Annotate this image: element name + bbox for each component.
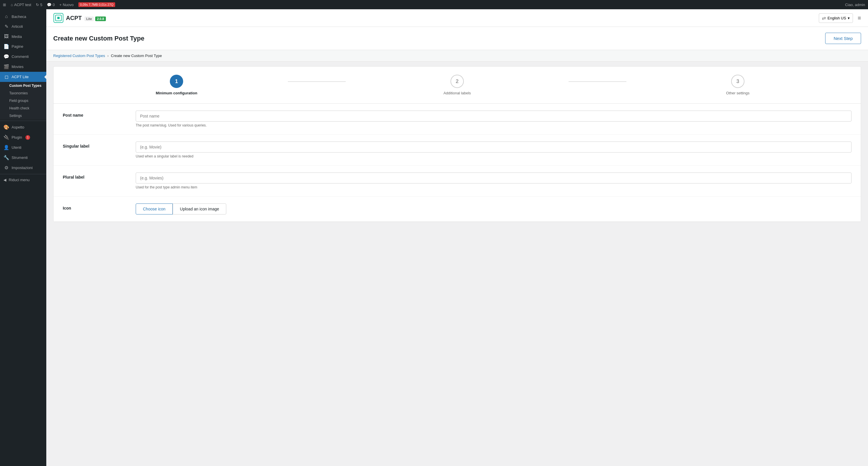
breadcrumb-separator: › (107, 54, 108, 58)
admin-bar-metrics: 0,09s 7,7MB 0,01s 27Q (79, 2, 116, 7)
sidebar-label-aspetto: Aspetto (11, 125, 24, 129)
form-row-plural-label: Plural label Used for the post type admi… (54, 166, 861, 197)
step-3: 3 Other settings (626, 75, 849, 95)
form-field-col-plural: Used for the post type admin menu item (136, 173, 851, 189)
sidebar-item-movies[interactable]: 🎬 Movies (0, 62, 46, 72)
collapse-label: Riduci menu (9, 178, 30, 182)
sidebar-item-aspetto[interactable]: 🎨 Aspetto (0, 122, 46, 132)
plural-label-label: Plural label (63, 175, 85, 179)
tools-icon: 🔧 (3, 155, 9, 161)
icon-button-group: Choose icon Upload an icon image (136, 203, 851, 214)
sidebar-collapse[interactable]: ◀ Riduci menu (0, 175, 46, 184)
step-label-2: Additional labels (443, 91, 471, 95)
sidebar-item-bacheca[interactable]: ⌂ Bacheca (0, 11, 46, 22)
page-header: Create new Custom Post Type Next Step (46, 27, 868, 50)
sidebar-item-media[interactable]: 🖼 Media (0, 32, 46, 41)
admin-bar-wp-logo[interactable]: ⊞ (3, 3, 6, 7)
comment-icon: 💬 (3, 54, 9, 59)
plugin-badge: 1 (26, 135, 30, 140)
breadcrumb-current: Create new Custom Post Type (111, 54, 162, 58)
sidebar-label-pagine: Pagine (11, 44, 23, 49)
acpt-icon: ◻ (3, 74, 9, 80)
step-connector-2 (568, 81, 626, 82)
lite-badge: Lite (85, 17, 94, 21)
sidebar-label-movies: Movies (11, 64, 24, 69)
site-icon: ⌂ (11, 3, 13, 7)
page-icon: 📄 (3, 44, 9, 49)
acpt-logo-icon (53, 13, 64, 23)
sidebar-submenu: Custom Post Types Taxonomies Field group… (0, 82, 46, 120)
sidebar: ⌂ Bacheca ✎ Articoli 🖼 Media 📄 Pagine 💬 … (0, 9, 46, 466)
form-row-singular-label: Singular label Used when a singular labe… (54, 135, 861, 166)
breadcrumb: Registered Custom Post Types › Create ne… (46, 50, 868, 62)
revisions-count: 5 (40, 3, 42, 7)
step-connector-1 (288, 81, 346, 82)
form-label-col-icon: Icon (63, 203, 126, 210)
main-content: ACPT Lite 2.0.8 ⇄ English US ▾ ≡ Create … (46, 9, 868, 466)
plugin-logo: ACPT Lite 2.0.8 (53, 13, 106, 23)
sidebar-label-articoli: Articoli (11, 24, 23, 29)
page-title: Create new Custom Post Type (53, 35, 144, 42)
breadcrumb-parent-link[interactable]: Registered Custom Post Types (53, 54, 105, 58)
sidebar-item-strumenti[interactable]: 🔧 Strumenti (0, 152, 46, 163)
sidebar-subitem-taxonomies[interactable]: Taxonomies (0, 89, 46, 97)
translate-icon: ⇄ (822, 15, 826, 21)
upload-icon-button[interactable]: Upload an icon image (173, 203, 226, 214)
step-label-3: Other settings (726, 91, 750, 95)
settings-icon: ⚙ (3, 165, 9, 171)
sidebar-label-acpt-lite: ACPT Lite (11, 75, 29, 79)
comments-count: 0 (53, 3, 55, 7)
dropdown-arrow-icon: ▾ (848, 16, 850, 20)
plugin-header: ACPT Lite 2.0.8 ⇄ English US ▾ ≡ (46, 9, 868, 27)
sidebar-divider-2 (0, 174, 46, 174)
sidebar-subitem-custom-post-types[interactable]: Custom Post Types (0, 82, 46, 89)
admin-bar-user[interactable]: Ciao, admin (845, 3, 865, 7)
admin-bar-site[interactable]: ⌂ ACPT test (11, 3, 31, 7)
sidebar-label-media: Media (11, 34, 22, 39)
admin-bar-comments[interactable]: 💬 0 (47, 3, 55, 7)
sidebar-label-commenti: Commenti (11, 54, 29, 59)
sidebar-label-utenti: Utenti (11, 145, 22, 150)
sidebar-label-plugin: Plugin (11, 135, 22, 140)
home-icon: ⌂ (3, 14, 9, 19)
sidebar-item-plugin[interactable]: 🔌 Plugin 1 (0, 132, 46, 142)
plus-icon: + (59, 3, 62, 7)
collapse-icon: ◀ (3, 178, 6, 182)
sidebar-label-strumenti: Strumenti (11, 155, 28, 160)
sidebar-item-pagine[interactable]: 📄 Pagine (0, 41, 46, 52)
sidebar-item-commenti[interactable]: 💬 Commenti (0, 52, 46, 62)
media-icon: 🖼 (3, 34, 9, 39)
language-selector[interactable]: ⇄ English US ▾ (819, 13, 853, 23)
form-row-post-name: Post name The post name/slug. Used for v… (54, 104, 861, 135)
sidebar-item-impostazioni[interactable]: ⚙ Impostazioni (0, 163, 46, 173)
site-name: ACPT test (14, 3, 31, 7)
form-card: 1 Minimum configuration 2 Additional lab… (53, 66, 861, 222)
form-field-col-post-name: The post name/slug. Used for various que… (136, 111, 851, 127)
post-name-input[interactable] (136, 111, 851, 122)
next-step-button[interactable]: Next Step (825, 33, 861, 44)
singular-label-input[interactable] (136, 142, 851, 152)
admin-bar-new[interactable]: + Nuovo (59, 3, 73, 7)
sidebar-item-acpt-lite[interactable]: ◻ ACPT Lite (0, 72, 46, 82)
form-field-col-icon: Choose icon Upload an icon image (136, 203, 851, 214)
singular-label-label: Singular label (63, 144, 89, 148)
form-field-col-singular: Used when a singular label is needed (136, 142, 851, 158)
sidebar-label-bacheca: Bacheca (11, 14, 26, 19)
admin-bar-revisions[interactable]: ↻ 5 (36, 3, 42, 7)
plugin-icon: 🔌 (3, 135, 9, 140)
hamburger-icon[interactable]: ≡ (858, 15, 861, 22)
choose-icon-button[interactable]: Choose icon (136, 203, 173, 214)
svg-rect-2 (57, 17, 60, 19)
stepper: 1 Minimum configuration 2 Additional lab… (54, 66, 861, 104)
post-name-label: Post name (63, 113, 83, 118)
sidebar-subitem-settings[interactable]: Settings (0, 112, 46, 120)
icon-label: Icon (63, 206, 71, 210)
sidebar-item-articoli[interactable]: ✎ Articoli (0, 22, 46, 32)
sidebar-subitem-field-groups[interactable]: Field groups (0, 97, 46, 105)
sidebar-label-impostazioni: Impostazioni (11, 166, 33, 170)
singular-label-hint: Used when a singular label is needed (136, 154, 851, 158)
sidebar-item-utenti[interactable]: 👤 Utenti (0, 142, 46, 152)
form-label-col-singular: Singular label (63, 142, 126, 148)
sidebar-subitem-health-check[interactable]: Health check (0, 105, 46, 112)
plural-label-input[interactable] (136, 173, 851, 183)
